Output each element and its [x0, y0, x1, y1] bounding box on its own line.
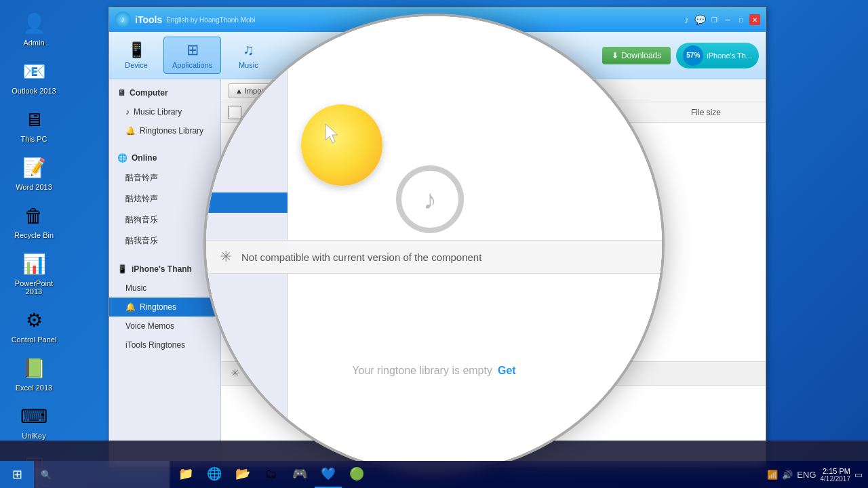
device-toolbar-icon: 📱	[127, 41, 146, 59]
magnified-error-bar: ✳ Not compatible with current version of…	[206, 240, 662, 274]
start-button[interactable]: ⊞	[0, 461, 34, 488]
sidebar-itools-ringtones[interactable]: iTools Ringtones	[109, 336, 220, 354]
word-icon: 📝	[20, 154, 47, 181]
device-name: iPhone's Th...	[707, 52, 752, 60]
toolbar-device-button[interactable]: 📱 Device	[116, 37, 157, 73]
magnified-spinner-icon: ✳	[220, 248, 232, 266]
taskbar-app-itools[interactable]: 💙	[315, 461, 342, 488]
maximize-button[interactable]: □	[736, 14, 747, 25]
recycle-label: Recycle Bin	[14, 231, 54, 239]
thispc-label: This PC	[20, 135, 47, 143]
taskbar-show-desktop-icon[interactable]: ▭	[854, 470, 863, 480]
desktop: 👤 Admin 📧 Outlook 2013 🖥 This PC 📝 Word …	[0, 0, 868, 488]
taskbar-volume-icon[interactable]: 🔊	[782, 470, 793, 480]
title-bar-controls: ♪ 💬 ❐ ─ □ ✕	[684, 14, 760, 25]
computer-section: 🖥 Computer ♪ Music Library 🔔 Ringtones L…	[109, 79, 220, 144]
online-icon: 🌐	[117, 153, 127, 163]
device-toolbar-label: Device	[125, 61, 148, 69]
windows-start-icon: ⊞	[12, 467, 22, 482]
sidebar-ringtones-item[interactable]: 🔔 Ringtones	[109, 298, 220, 317]
sidebar-online-header: 🌐 Online	[109, 148, 220, 167]
sidebar-kuyin[interactable]: 酷音铃声	[109, 167, 220, 188]
audio-icon[interactable]: ♪	[684, 14, 689, 25]
taskbar-clock[interactable]: 2:15 PM 4/12/2017	[821, 467, 851, 483]
ringtones-library-icon: 🔔	[125, 126, 136, 136]
taskbar-app-folder[interactable]: 📂	[229, 461, 256, 488]
sidebar-computer-header: 🖥 Computer	[109, 83, 220, 102]
unikey-label: UniKey	[22, 432, 45, 440]
desktop-icon-word[interactable]: 📝 Word 2013	[7, 151, 61, 194]
music-library-icon: ♪	[125, 107, 130, 117]
taskbar-search-icon: 🔍	[41, 470, 52, 480]
magnified-music-icon: ♪	[423, 184, 437, 215]
app-logo-icon: ♪	[115, 12, 131, 28]
desktop-icon-outlook[interactable]: 📧 Outlook 2013	[7, 55, 61, 98]
desktop-icon-admin[interactable]: 👤 Admin	[7, 7, 61, 49]
filesize-column-header: File size	[691, 108, 759, 117]
word-label: Word 2013	[16, 183, 52, 191]
taskbar-app-explorer[interactable]: 📁	[172, 461, 199, 488]
taskbar-language-icon: ENG	[797, 470, 816, 480]
taskbar-date: 4/12/2017	[821, 475, 851, 483]
taskbar-network-icon[interactable]: 📶	[767, 470, 778, 480]
minimize-button[interactable]: ─	[722, 14, 733, 25]
taskbar-search[interactable]: 🔍	[34, 461, 170, 488]
desktop-icon-excel[interactable]: 📗 Excel 2013	[7, 352, 61, 394]
taskbar-app-browser[interactable]: 🌐	[201, 461, 228, 488]
recycle-icon: 🗑	[20, 202, 47, 229]
applications-toolbar-icon: ⊞	[186, 41, 199, 59]
magnified-get-button[interactable]: Get	[498, 365, 516, 377]
taskbar-right: 📶 🔊 ENG 2:15 PM 4/12/2017 ▭	[762, 461, 868, 488]
magnified-empty-text: Your ringtone library is empty	[352, 365, 492, 377]
excel-label: Excel 2013	[16, 384, 52, 392]
magnifier-content: ♪ ✳ Not compatible with current version …	[206, 16, 662, 472]
restore-window-button[interactable]: ❐	[709, 14, 719, 25]
magnified-sidebar-active-item	[206, 192, 288, 213]
excel-icon: 📗	[20, 354, 47, 382]
magnified-empty-text-row: Your ringtone library is empty Get	[206, 365, 662, 377]
desktop-icons-container: 👤 Admin 📧 Outlook 2013 🖥 This PC 📝 Word …	[0, 0, 88, 488]
iphone-icon: 📱	[117, 264, 127, 274]
taskbar-apps: 📁 🌐 📂 🗂 🎮 💙 🟢	[170, 461, 373, 488]
outlook-icon: 📧	[20, 58, 47, 85]
sidebar: 🖥 Computer ♪ Music Library 🔔 Ringtones L…	[109, 79, 221, 467]
sidebar-music-library[interactable]: ♪ Music Library	[109, 102, 220, 121]
outlook-label: Outlook 2013	[12, 87, 56, 95]
sidebar-ringtones-library[interactable]: 🔔 Ringtones Library	[109, 121, 220, 140]
sidebar-voice-memos[interactable]: Voice Memos	[109, 317, 220, 336]
chat-icon[interactable]: 💬	[694, 14, 706, 25]
thispc-icon: 🖥	[20, 106, 47, 133]
desktop-icon-recycle[interactable]: 🗑 Recycle Bin	[7, 199, 61, 242]
powerpoint-label: PowerPoint 2013	[9, 279, 58, 296]
unikey-icon: ⌨	[20, 403, 47, 430]
svg-marker-0	[326, 124, 338, 143]
powerpoint-icon: 📊	[20, 250, 47, 277]
controlpanel-label: Control Panel	[12, 336, 57, 344]
admin-label: Admin	[23, 39, 44, 47]
desktop-icon-unikey[interactable]: ⌨ UniKey	[7, 400, 61, 443]
magnified-error-text: Not compatible with current version of t…	[241, 251, 481, 263]
sidebar-kuxuan[interactable]: 酷炫铃声	[109, 188, 220, 209]
sidebar-music-item[interactable]: Music	[109, 279, 220, 298]
desktop-icon-powerpoint[interactable]: 📊 PowerPoint 2013	[7, 247, 61, 298]
magnified-empty-icon: ♪	[396, 165, 464, 233]
taskbar-app-files[interactable]: 🗂	[258, 461, 285, 488]
taskbar-app-green[interactable]: 🟢	[343, 461, 370, 488]
desktop-icon-controlpanel[interactable]: ⚙ Control Panel	[7, 304, 61, 346]
computer-icon: 🖥	[117, 88, 125, 98]
taskbar-time: 2:15 PM	[821, 467, 851, 475]
desktop-icon-thispc[interactable]: 🖥 This PC	[7, 103, 61, 146]
admin-icon: 👤	[20, 9, 47, 37]
taskbar: ⊞ 🔍 📁 🌐 📂 🗂 🎮 💙 🟢 📶 🔊 ENG 2:15 PM 4/12/2…	[0, 461, 868, 488]
controlpanel-icon: ⚙	[20, 306, 47, 333]
magnifier-overlay: ♪ ✳ Not compatible with current version …	[203, 14, 665, 474]
battery-percent: 57%	[683, 45, 703, 66]
taskbar-app-game[interactable]: 🎮	[286, 461, 313, 488]
device-chip: 57% iPhone's Th...	[676, 43, 759, 68]
app-title: iTools	[135, 14, 162, 25]
iphone-section: 📱 iPhone's Thanh Music 🔔 Ringtones Voice…	[109, 256, 220, 359]
close-button[interactable]: ✕	[749, 14, 760, 25]
